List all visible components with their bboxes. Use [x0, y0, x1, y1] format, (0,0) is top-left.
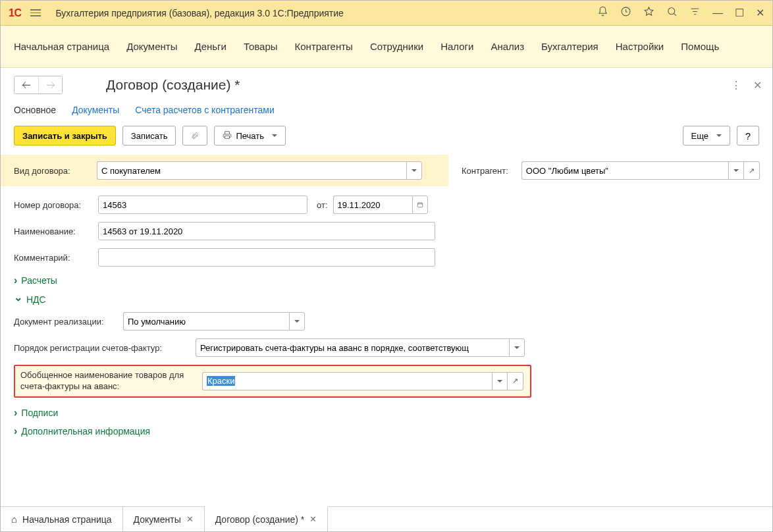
titlebar-actions: — ☐ ✕	[597, 6, 764, 20]
menu-documents[interactable]: Документы	[126, 41, 177, 52]
menu-goods[interactable]: Товары	[244, 41, 278, 52]
history-icon[interactable]	[620, 6, 631, 20]
menu-employees[interactable]: Сотрудники	[370, 41, 423, 52]
window-title: Бухгалтерия предприятия (базовая), редак…	[55, 8, 343, 18]
form-body: Вид договора: Контрагент: Номер договора…	[1, 155, 772, 437]
logo-1c: 1С	[9, 7, 21, 19]
more-button[interactable]: Еще	[683, 126, 730, 146]
contract-number-label: Номер договора:	[14, 200, 93, 210]
counterparty-open-icon[interactable]	[744, 161, 760, 180]
menu-taxes[interactable]: Налоги	[440, 41, 473, 52]
bottom-tabs: ⌂ Начальная страница Документы ✕ Договор…	[1, 506, 772, 531]
bottom-tab-home-label: Начальная страница	[22, 514, 111, 525]
bell-icon[interactable]	[597, 6, 608, 20]
save-close-button[interactable]: Записать и закрыть	[14, 126, 116, 146]
contract-type-input[interactable]	[97, 161, 406, 180]
addinfo-group[interactable]: Дополнительная информация	[14, 425, 772, 437]
contract-date-label: от:	[317, 200, 328, 210]
comment-label: Комментарий:	[14, 253, 93, 263]
tab-documents[interactable]: Документы	[72, 105, 119, 115]
form-content: 🡠 🡢 Договор (создание) * ⋮ ✕ Основное До…	[1, 68, 772, 508]
menu-home[interactable]: Начальная страница	[14, 41, 109, 52]
bottom-tab-home[interactable]: ⌂ Начальная страница	[1, 507, 123, 531]
close-form-icon[interactable]: ✕	[753, 79, 762, 92]
toolbar: Записать и закрыть Записать Печать Еще ?	[1, 122, 772, 155]
menu-analysis[interactable]: Анализ	[491, 41, 524, 52]
kebab-menu-icon[interactable]: ⋮	[731, 79, 741, 92]
comment-row: Комментарий:	[14, 248, 772, 267]
tab-settlement-accounts[interactable]: Счета расчетов с контрагентами	[135, 105, 274, 115]
svg-point-1	[668, 8, 675, 14]
invoice-order-dropdown-icon[interactable]	[509, 338, 525, 357]
name-input[interactable]	[98, 222, 435, 240]
menu-money[interactable]: Деньги	[194, 41, 226, 52]
print-button[interactable]: Печать	[214, 126, 286, 146]
generic-name-dropdown-icon[interactable]	[492, 372, 508, 390]
generic-name-input[interactable]: Краски	[202, 372, 492, 390]
realization-doc-field[interactable]	[123, 312, 305, 331]
chevron-right-icon	[14, 275, 17, 286]
close-tab-icon[interactable]: ✕	[186, 514, 194, 524]
printer-icon	[223, 130, 232, 142]
attach-button[interactable]	[182, 126, 207, 146]
chevron-right-icon	[14, 425, 17, 437]
filter-icon[interactable]	[689, 6, 701, 20]
bottom-tab-current-label: Договор (создание) *	[215, 514, 305, 525]
generic-name-open-icon[interactable]	[508, 372, 523, 390]
invoice-order-field[interactable]	[196, 338, 525, 357]
hamburger-menu-icon[interactable]	[28, 7, 43, 19]
menu-settings[interactable]: Настройки	[616, 41, 664, 52]
contract-number-row: Номер договора: от:	[14, 196, 772, 214]
menu-counterparties[interactable]: Контрагенты	[295, 41, 353, 52]
bottom-tab-documents-label: Документы	[134, 514, 181, 525]
addinfo-label: Дополнительная информация	[21, 426, 150, 437]
chevron-right-icon	[14, 407, 17, 419]
page-title: Договор (создание) *	[106, 77, 240, 93]
nds-group[interactable]: НДС	[14, 293, 772, 306]
signatures-group[interactable]: Подписи	[14, 407, 772, 419]
counterparty-label: Контрагент:	[462, 166, 508, 176]
realization-doc-dropdown-icon[interactable]	[289, 312, 305, 331]
svg-rect-2	[417, 203, 423, 207]
titlebar: 1С Бухгалтерия предприятия (базовая), ре…	[1, 1, 772, 26]
contract-number-input[interactable]	[98, 196, 307, 214]
section-tabs: Основное Документы Счета расчетов с конт…	[1, 99, 772, 122]
generic-name-field[interactable]: Краски	[202, 372, 523, 390]
contract-type-label: Вид договора:	[14, 166, 92, 176]
calculations-label: Расчеты	[21, 275, 57, 286]
realization-doc-input[interactable]	[123, 312, 289, 331]
search-icon[interactable]	[666, 6, 678, 20]
nds-label: НДС	[26, 294, 46, 305]
counterparty-field[interactable]	[521, 161, 760, 180]
minimize-icon[interactable]: —	[712, 7, 723, 19]
calendar-icon[interactable]	[412, 196, 428, 214]
bottom-tab-documents[interactable]: Документы ✕	[123, 507, 205, 531]
save-button[interactable]: Записать	[122, 126, 176, 146]
contract-date-field[interactable]	[333, 196, 428, 214]
home-icon: ⌂	[11, 514, 17, 525]
form-header: 🡠 🡢 Договор (создание) * ⋮ ✕	[1, 68, 772, 99]
tab-main[interactable]: Основное	[14, 105, 56, 115]
counterparty-input[interactable]	[521, 161, 728, 180]
print-label: Печать	[236, 131, 264, 141]
realization-doc-row: Документ реализации:	[14, 312, 772, 331]
invoice-order-input[interactable]	[196, 338, 509, 357]
maximize-icon[interactable]: ☐	[735, 7, 744, 19]
contract-type-field[interactable]	[97, 161, 422, 180]
close-tab-icon[interactable]: ✕	[309, 514, 317, 524]
contract-date-input[interactable]	[333, 196, 412, 214]
counterparty-dropdown-icon[interactable]	[728, 161, 744, 180]
menu-accounting[interactable]: Бухгалтерия	[541, 41, 599, 52]
back-button[interactable]: 🡠	[14, 76, 38, 93]
realization-doc-label: Документ реализации:	[14, 317, 118, 327]
help-button[interactable]: ?	[737, 126, 759, 146]
comment-input[interactable]	[98, 248, 435, 267]
close-icon[interactable]: ✕	[756, 7, 764, 19]
bottom-tab-current[interactable]: Договор (создание) * ✕	[205, 507, 329, 531]
calculations-group[interactable]: Расчеты	[14, 275, 772, 286]
generic-name-value: Краски	[207, 376, 235, 386]
star-icon[interactable]	[643, 6, 654, 20]
menu-help[interactable]: Помощь	[681, 41, 719, 52]
contract-type-dropdown-icon[interactable]	[406, 161, 422, 180]
invoice-order-row: Порядок регистрации счетов-фактур:	[14, 338, 772, 357]
